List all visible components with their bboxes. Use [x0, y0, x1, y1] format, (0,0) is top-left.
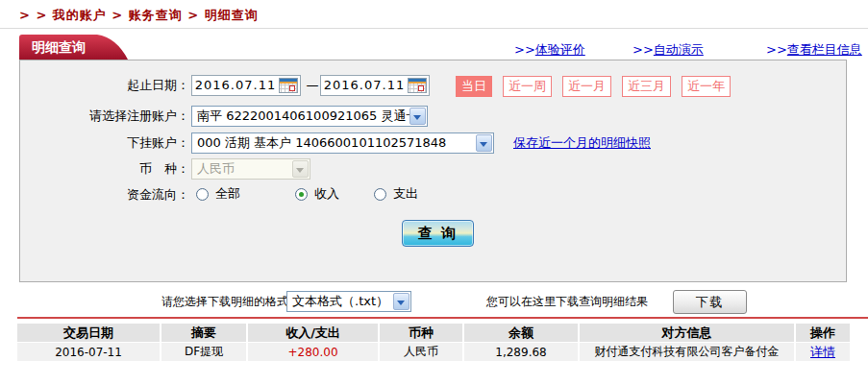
fund-flow-option-label: 收入 [314, 185, 339, 203]
start-date-input[interactable]: 2016.07.11 [191, 75, 301, 96]
download-format-label: 请您选择下载明细的格式 [161, 290, 288, 313]
column-header-summary: 摘要 [161, 324, 246, 342]
detail-query-page: > > 我的账户 > 账务查询 > 明细查询 明细查询 >>体验评价 >>自动演… [0, 0, 868, 385]
detail-link[interactable]: 详情 [810, 345, 835, 359]
registered-account-value: 南平 6222001406100921065 灵通卡 [192, 107, 427, 126]
date-range-separator: — [304, 75, 321, 96]
save-snapshot-link[interactable]: 保存近一个月的明细快照 [513, 132, 651, 154]
sub-account-value: 000 活期 基本户 1406600101102571848 [192, 133, 493, 153]
radio-unchecked-icon[interactable] [196, 188, 209, 201]
fund-flow-option-label: 支出 [393, 185, 418, 203]
experience-feedback-link[interactable]: >>体验评价 [514, 41, 585, 59]
download-format-value: 文本格式（.txt） [287, 292, 410, 311]
sub-account-select[interactable]: 000 活期 基本户 1406600101102571848 [191, 132, 494, 154]
cell-amount: +280.00 [248, 343, 378, 361]
calendar-icon-grid [409, 84, 426, 92]
column-header-balance: 余额 [464, 324, 578, 342]
quick-range-year-button[interactable]: 近一年 [682, 76, 731, 97]
cell-balance: 1,289.68 [464, 343, 578, 361]
quick-range-buttons: 当日 近一周 近一月 近三月 近一年 [456, 76, 731, 97]
download-result-label: 您可以在这里下载查询明细结果 [486, 290, 648, 313]
quick-range-month-button[interactable]: 近一月 [562, 76, 611, 97]
query-button[interactable]: 查 询 [402, 220, 474, 247]
radio-unchecked-icon[interactable] [374, 188, 386, 201]
link-label: 体验评价 [535, 42, 585, 57]
column-header-date: 交易日期 [17, 324, 160, 342]
cell-action: 详情 [796, 343, 850, 361]
calendar-icon[interactable] [408, 78, 427, 93]
table-row: 2016-07-11 DF提现 +280.00 人民币 1,289.68 财付通… [17, 343, 850, 361]
column-header-currency: 币种 [380, 324, 462, 342]
fund-flow-option-expense[interactable]: 支出 [374, 185, 418, 203]
column-header-counterparty: 对方信息 [580, 324, 794, 342]
cell-currency: 人民币 [380, 343, 462, 361]
quick-range-week-button[interactable]: 近一周 [503, 76, 552, 97]
link-prefix: >> [632, 42, 654, 57]
end-date-value: 2016.07.11 [321, 76, 408, 95]
fund-flow-option-income[interactable]: 收入 [295, 185, 339, 203]
currency-select: 人民币 [191, 158, 310, 180]
breadcrumb: > > 我的账户 > 账务查询 > 明细查询 [19, 7, 259, 24]
table-top-divider [17, 317, 868, 319]
chevron-down-icon[interactable] [476, 134, 492, 152]
chevron-down-icon [292, 160, 309, 178]
chevron-down-icon[interactable] [409, 108, 426, 125]
currency-label: 币 种： [26, 158, 189, 180]
chevron-down-icon[interactable] [393, 293, 409, 310]
column-info-link[interactable]: >>查看栏目信息 [766, 41, 862, 59]
sub-account-label: 下挂账户： [26, 132, 189, 154]
calendar-icon-grid [280, 84, 297, 92]
fund-flow-options: 全部 收入 支出 [196, 185, 504, 203]
fund-flow-option-all[interactable]: 全部 [196, 185, 240, 203]
page-title: 明细查询 [19, 35, 89, 60]
tab-swoosh-decoration [89, 35, 130, 60]
date-range-label: 起止日期： [26, 75, 189, 96]
link-label: 查看栏目信息 [787, 42, 862, 57]
auto-demo-link[interactable]: >>自动演示 [632, 41, 704, 59]
link-prefix: >> [766, 42, 787, 57]
calendar-icon[interactable] [279, 78, 298, 93]
quick-range-today-button[interactable]: 当日 [456, 76, 492, 97]
radio-checked-icon[interactable] [295, 188, 308, 201]
cell-counterparty: 财付通支付科技有限公司客户备付金 [580, 343, 794, 361]
quick-range-3months-button[interactable]: 近三月 [622, 76, 671, 97]
fund-flow-option-label: 全部 [215, 185, 240, 203]
column-header-amount: 收入/支出 [248, 324, 378, 342]
cell-date: 2016-07-11 [17, 343, 160, 361]
registered-account-select[interactable]: 南平 6222001406100921065 灵通卡 [191, 106, 428, 127]
link-prefix: >> [514, 42, 535, 57]
end-date-input[interactable]: 2016.07.11 [320, 75, 430, 96]
query-form-panel: 起止日期： 2016.07.11 — 2016.07.11 当日 近一周 近一月… [19, 60, 847, 282]
section-tab: 明细查询 [19, 35, 130, 60]
download-format-select[interactable]: 文本格式（.txt） [286, 291, 411, 312]
link-label: 自动演示 [654, 42, 704, 57]
start-date-value: 2016.07.11 [192, 76, 279, 95]
column-header-action: 操作 [796, 324, 850, 342]
fund-flow-label: 资金流向： [26, 184, 189, 205]
cell-summary: DF提现 [161, 343, 246, 361]
table-header-row: 交易日期 摘要 收入/支出 币种 余额 对方信息 操作 [17, 324, 850, 342]
transactions-table: 交易日期 摘要 收入/支出 币种 余额 对方信息 操作 2016-07-11 D… [15, 323, 852, 362]
registered-account-label: 请选择注册账户： [26, 106, 189, 127]
download-button[interactable]: 下载 [673, 290, 747, 314]
breadcrumb-divider [0, 28, 868, 29]
